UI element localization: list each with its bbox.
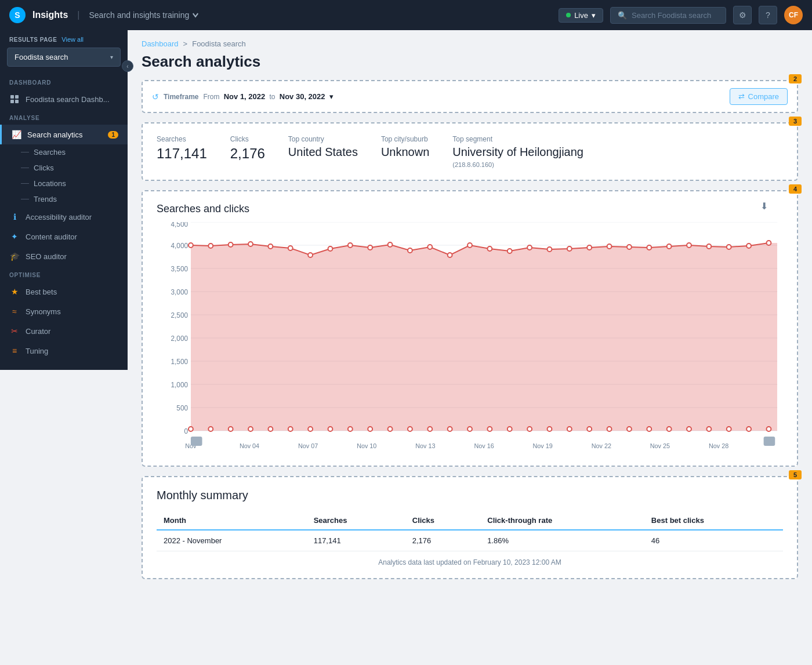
app-title: Insights bbox=[32, 10, 68, 20]
svg-point-47 bbox=[687, 243, 691, 248]
svg-point-45 bbox=[647, 245, 651, 250]
synonyms-icon: ≈ bbox=[9, 306, 20, 317]
sidebar-item-synonyms[interactable]: ≈ Synonyms bbox=[0, 301, 128, 321]
svg-point-23 bbox=[208, 244, 213, 248]
svg-rect-93 bbox=[764, 437, 775, 446]
sidebar-item-label: Synonyms bbox=[26, 307, 61, 316]
sidebar-item-search-analytics[interactable]: 📈 Search analytics 1 bbox=[0, 125, 128, 144]
chevron-down-icon: ▾ bbox=[110, 54, 113, 60]
svg-point-32 bbox=[388, 242, 393, 247]
sidebar-item-label: Accessibility auditor bbox=[26, 213, 92, 221]
col-ctr: Click-through rate bbox=[480, 511, 644, 530]
user-avatar[interactable]: CF bbox=[784, 6, 803, 24]
svg-point-46 bbox=[667, 244, 672, 249]
svg-point-52 bbox=[188, 427, 193, 431]
trends-label: Trends bbox=[34, 195, 57, 204]
download-icon[interactable]: ⬇ bbox=[760, 201, 768, 212]
svg-point-39 bbox=[527, 245, 532, 250]
svg-point-72 bbox=[587, 427, 592, 431]
svg-point-26 bbox=[268, 244, 273, 249]
svg-point-77 bbox=[687, 427, 691, 431]
top-country-label: Top country bbox=[288, 135, 358, 143]
svg-text:Nov 25: Nov 25 bbox=[650, 442, 670, 449]
sidebar-item-seo[interactable]: 🎓 SEO auditor bbox=[0, 246, 128, 266]
gear-icon: ⚙ bbox=[739, 10, 746, 20]
svg-text:1,500: 1,500 bbox=[171, 358, 188, 366]
content-icon: ✦ bbox=[9, 231, 20, 242]
breadcrumb-dashboard[interactable]: Dashboard bbox=[142, 39, 179, 48]
main-content: Dashboard > Foodista search Search analy… bbox=[128, 30, 812, 665]
svg-point-44 bbox=[627, 245, 632, 249]
search-selector[interactable]: Foodista search ▾ bbox=[7, 48, 121, 67]
col-searches: Searches bbox=[307, 511, 405, 530]
svg-point-55 bbox=[248, 427, 253, 431]
summary-card: 5 Monthly summary Month Searches Clicks … bbox=[142, 476, 798, 579]
svg-text:2,000: 2,000 bbox=[171, 335, 188, 343]
svg-point-64 bbox=[427, 427, 432, 431]
top-segment-value: University of Heilongjiang bbox=[452, 146, 583, 159]
top-city-value: Unknown bbox=[381, 146, 429, 159]
timeframe-range: From Nov 1, 2022 to Nov 30, 2022 ▾ bbox=[203, 92, 333, 101]
svg-point-38 bbox=[507, 249, 512, 253]
svg-point-22 bbox=[188, 243, 193, 248]
seo-icon: 🎓 bbox=[9, 251, 20, 261]
sidebar-item-content[interactable]: ✦ Content auditor bbox=[0, 227, 128, 246]
live-selector[interactable]: Live ▾ bbox=[559, 8, 603, 23]
svg-point-67 bbox=[487, 427, 492, 431]
svg-point-61 bbox=[368, 427, 372, 431]
svg-text:Nov 19: Nov 19 bbox=[533, 442, 553, 449]
svg-rect-92 bbox=[191, 437, 202, 446]
sidebar-item-searches[interactable]: Searches bbox=[0, 144, 128, 160]
svg-text:Nov 22: Nov 22 bbox=[592, 442, 611, 449]
global-search[interactable]: 🔍 Search Foodista search bbox=[610, 7, 726, 24]
svg-point-53 bbox=[208, 427, 213, 431]
svg-point-66 bbox=[467, 427, 472, 431]
top-segment-label: Top segment bbox=[452, 135, 583, 143]
sidebar-item-dashboard[interactable]: Foodista search Dashb... bbox=[0, 89, 128, 109]
svg-point-56 bbox=[268, 427, 273, 431]
top-city-label: Top city/suburb bbox=[381, 135, 429, 143]
chart-badge: 4 bbox=[789, 184, 802, 194]
svg-point-70 bbox=[548, 427, 552, 431]
svg-text:1,000: 1,000 bbox=[171, 381, 188, 389]
view-all-link[interactable]: View all bbox=[61, 36, 84, 43]
sidebar-item-tuning[interactable]: ≡ Tuning bbox=[0, 341, 128, 361]
svg-point-63 bbox=[408, 427, 412, 431]
svg-point-68 bbox=[507, 427, 512, 431]
summary-footer: Analytics data last updated on February … bbox=[157, 551, 783, 566]
svg-point-49 bbox=[727, 245, 731, 249]
sidebar-collapse-button[interactable]: ‹ bbox=[122, 60, 133, 72]
sidebar-item-best-bets[interactable]: ★ Best bets bbox=[0, 282, 128, 301]
dashboard-section-label: DASHBOARD bbox=[0, 74, 128, 89]
settings-button[interactable]: ⚙ bbox=[733, 6, 752, 24]
searches-value: 117,141 bbox=[157, 146, 207, 162]
curator-icon: ✂ bbox=[9, 326, 20, 336]
help-icon: ? bbox=[766, 10, 770, 20]
summary-badge: 5 bbox=[789, 470, 802, 479]
sidebar-item-trends[interactable]: Trends bbox=[0, 191, 128, 207]
svg-point-54 bbox=[229, 427, 233, 431]
col-best-bet-clicks: Best bet clicks bbox=[644, 511, 783, 530]
sidebar-item-locations[interactable]: Locations bbox=[0, 176, 128, 191]
svg-point-30 bbox=[348, 243, 353, 248]
timeframe-card: 2 ↺ Timeframe From Nov 1, 2022 to Nov 30… bbox=[142, 80, 798, 113]
chart-card: 4 Searches and clicks ⬇ 0 500 1,000 1, bbox=[142, 190, 798, 467]
analyse-section-label: ANALYSE bbox=[0, 109, 128, 125]
help-button[interactable]: ? bbox=[759, 6, 777, 24]
app-name[interactable]: Search and insights training bbox=[89, 10, 200, 20]
svg-point-28 bbox=[308, 253, 313, 257]
logo-icon: S bbox=[9, 7, 26, 23]
sidebar-item-curator[interactable]: ✂ Curator bbox=[0, 321, 128, 341]
compare-button[interactable]: ⇄ Compare bbox=[730, 88, 788, 105]
analytics-icon: 📈 bbox=[11, 129, 21, 140]
sidebar-item-accessibility[interactable]: ℹ Accessibility auditor bbox=[0, 207, 128, 227]
svg-point-76 bbox=[667, 427, 672, 431]
timeframe-icon: ↺ bbox=[152, 92, 159, 101]
clicks-label: Clicks bbox=[34, 163, 54, 172]
svg-point-34 bbox=[427, 245, 432, 249]
svg-text:Nov 16: Nov 16 bbox=[474, 442, 494, 449]
stat-clicks: Clicks 2,176 bbox=[230, 135, 265, 168]
stats-card: 3 Searches 117,141 Clicks 2,176 Top coun… bbox=[142, 122, 798, 181]
topnav: S Insights | Search and insights trainin… bbox=[0, 0, 812, 30]
sidebar-item-clicks[interactable]: Clicks bbox=[0, 160, 128, 176]
